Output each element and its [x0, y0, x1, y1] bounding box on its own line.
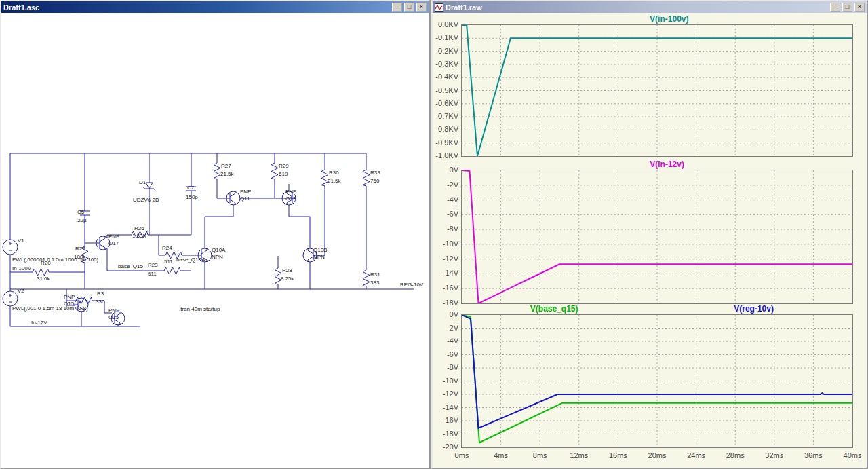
y-tick-label: -6V: [447, 210, 458, 218]
y-tick-label: -8V: [447, 225, 458, 233]
schematic-canvas-container: V1PWL(,000001 0 1.5m 1000 5m 100)In-100V…: [1, 13, 429, 468]
restore-button[interactable]: □: [842, 3, 852, 12]
schematic-label: 31.6k: [37, 276, 51, 282]
schematic-label: C7: [187, 185, 195, 191]
schematic-label: PNP: [64, 294, 75, 300]
y-tick-label: -0.9KV: [435, 138, 458, 147]
trace-base_q15[interactable]: [462, 315, 852, 443]
schematic-label: NPN: [212, 254, 223, 260]
y-tick-label: -0.8KV: [435, 125, 458, 133]
y-tick-label: -12V: [443, 255, 458, 263]
schematic-label: 100k: [74, 254, 86, 260]
waveform-window: Draft1.raw _ □ × V(in-100v) 0.0KV-0.1KV-…: [431, 0, 868, 469]
schematic-label: 1.53K: [132, 233, 147, 239]
schematic-label: C5: [77, 209, 85, 215]
schematic-window-titlebar[interactable]: Draft1.asc _ □ ×: [1, 1, 429, 13]
y-tick-label: -0.3KV: [435, 60, 458, 68]
y-tick-label: -0.2KV: [435, 47, 458, 55]
x-tick-label: 36ms: [804, 451, 823, 459]
y-tick-label: -1.0KV: [435, 151, 458, 160]
resistor-r20[interactable]: [30, 269, 52, 276]
x-tick-label: 32ms: [765, 451, 783, 459]
schematic-label: 383: [370, 280, 380, 286]
resistor-r27[interactable]: [214, 160, 220, 182]
schematic-label: Q10B: [313, 247, 327, 253]
plot-pane-in-12v: V(in-12v) 0V-2V-4V-6V-8V-10V-12V-14V-16V…: [433, 160, 867, 304]
schematic-label: Q15: [108, 314, 119, 320]
y-tick-label: -10V: [443, 240, 458, 248]
plot-grid[interactable]: [461, 170, 853, 304]
plot-area-container: V(in-100v) 0.0KV-0.1KV-0.2KV-0.3KV-0.4KV…: [433, 13, 867, 468]
restore-button[interactable]: □: [404, 3, 414, 12]
x-tick-label: 16ms: [609, 451, 627, 459]
plot-grid-svg[interactable]: [462, 315, 852, 447]
y-tick-label: -0.6KV: [435, 99, 458, 107]
trace-title[interactable]: V(reg-10v): [734, 304, 774, 314]
resistor-r31[interactable]: [363, 267, 370, 289]
minimize-button[interactable]: _: [392, 3, 402, 12]
schematic-label: 330: [96, 299, 105, 305]
y-tick-label: 0.0KV: [438, 20, 458, 29]
source-v1[interactable]: [3, 240, 18, 255]
y-tick-label: -12V: [443, 390, 458, 398]
plot-grid[interactable]: [461, 24, 853, 157]
schematic-label: base_Q15: [118, 263, 143, 269]
schematic-label: R26: [134, 225, 144, 231]
x-tick-label: 28ms: [726, 451, 745, 459]
y-tick-label: -14V: [443, 403, 458, 411]
window-title: Draft1.asc: [3, 3, 390, 12]
waveform-window-titlebar[interactable]: Draft1.raw _ □ ×: [433, 1, 867, 13]
schematic-label: R20: [41, 260, 51, 266]
schematic-label: R28: [282, 267, 292, 274]
schematic-label: PNP: [285, 189, 296, 195]
x-tick-label: 0ms: [455, 451, 469, 459]
schematic-label: PNP: [108, 307, 119, 314]
source-v2[interactable]: [3, 291, 18, 306]
schematic-label: R27: [221, 163, 231, 169]
close-button[interactable]: ×: [854, 3, 865, 12]
schematic-label: R29: [279, 163, 289, 169]
plot-pane-titles: V(in-12v): [433, 160, 867, 170]
y-tick-label: -14V: [443, 269, 458, 277]
x-axis-labels: 0ms4ms8ms12ms16ms20ms24ms28ms32ms36ms40m…: [461, 451, 853, 462]
transistor-q17[interactable]: [96, 236, 110, 250]
schematic-label: V1: [18, 238, 24, 244]
resistor-r33[interactable]: [363, 167, 370, 189]
x-tick-label: 4ms: [494, 451, 508, 459]
schematic-label: 511: [164, 259, 173, 265]
resistor-r29[interactable]: [271, 160, 278, 182]
window-title: Draft1.raw: [446, 3, 828, 12]
plot-grid[interactable]: [461, 314, 853, 448]
schematic-label: R31: [370, 271, 380, 278]
schematic-label: 21.5k: [220, 171, 235, 177]
schematic-label: 750: [370, 178, 380, 184]
schematic-label: R22: [75, 246, 85, 252]
schematic-label: .tran 40m startup: [179, 306, 220, 312]
trace-title[interactable]: V(in-100v): [650, 14, 688, 24]
y-tick-label: -16V: [443, 284, 458, 292]
schematic-label: PWL(,000001 0 1.5m 1000 5m 100): [12, 257, 99, 263]
plot-pane-titles: V(in-100v): [433, 14, 867, 24]
schematic-canvas[interactable]: V1PWL(,000001 0 1.5m 1000 5m 100)In-100V…: [1, 13, 429, 468]
schematic-label: PNP: [108, 233, 119, 240]
schematic-window: Draft1.asc _ □ ×: [0, 0, 430, 469]
schematic-label: REG-10V: [400, 282, 424, 288]
close-button[interactable]: ×: [416, 3, 427, 12]
schematic-label: 150p: [186, 194, 198, 200]
schematic-label: 8.25k: [281, 276, 295, 282]
x-tick-label: 20ms: [648, 451, 667, 459]
plot-grid-svg[interactable]: [462, 25, 852, 156]
trace-title[interactable]: V(base_q15): [530, 304, 578, 314]
plot-grid-svg[interactable]: [462, 170, 852, 303]
resistor-r23[interactable]: [161, 267, 183, 274]
plot-pane-titles: V(base_q15)V(reg-10v): [433, 304, 867, 314]
trace-title[interactable]: V(in-12v): [650, 160, 684, 169]
minimize-button[interactable]: _: [830, 3, 840, 12]
transistor-q11[interactable]: [226, 191, 240, 205]
schematic-label: Q10A: [212, 247, 226, 253]
schematic-label: In-100V: [12, 265, 32, 271]
y-tick-label: -10V: [443, 377, 458, 385]
plot-pane-base-q15-reg-10v: V(base_q15)V(reg-10v) 0V-2V-4V-6V-8V-10V…: [433, 304, 867, 448]
schematic-label: In-12V: [31, 320, 47, 326]
y-axis-labels: 0V-2V-4V-6V-8V-10V-12V-14V-16V-18V: [433, 170, 461, 304]
